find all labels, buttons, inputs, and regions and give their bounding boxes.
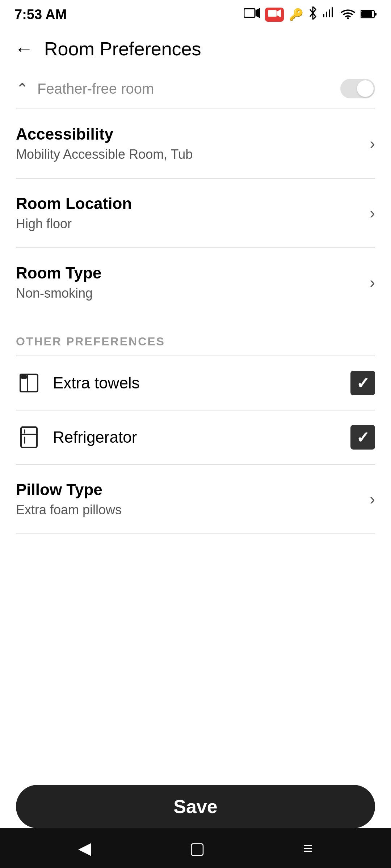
pillow-type-chevron-icon: › bbox=[370, 490, 375, 508]
svg-rect-2 bbox=[268, 10, 277, 17]
back-button[interactable]: ← bbox=[14, 39, 33, 58]
divider-7 bbox=[16, 533, 375, 534]
accessibility-chevron-icon: › bbox=[370, 135, 375, 153]
room-type-content: Room Type Non-smoking bbox=[16, 264, 370, 301]
section-header-label: OTHER PREFERENCES bbox=[16, 335, 165, 348]
feather-free-label: Feather-free room bbox=[37, 81, 154, 97]
chevron-up-icon: ⌃ bbox=[16, 80, 29, 98]
bluetooth-icon bbox=[308, 7, 317, 22]
extra-towels-item[interactable]: Extra towels bbox=[0, 356, 391, 410]
other-preferences-section: OTHER PREFERENCES bbox=[0, 317, 391, 356]
pillow-type-title: Pillow Type bbox=[16, 481, 370, 499]
room-type-subtitle: Non-smoking bbox=[16, 286, 370, 301]
accessibility-item[interactable]: Accessibility Mobility Accessible Room, … bbox=[0, 109, 391, 178]
svg-point-4 bbox=[347, 17, 349, 19]
extra-towels-label: Extra towels bbox=[53, 374, 140, 392]
signal-icon bbox=[322, 7, 335, 22]
towel-icon bbox=[16, 370, 42, 396]
extra-towels-left: Extra towels bbox=[16, 370, 140, 396]
battery-icon bbox=[361, 8, 377, 21]
pillow-type-content: Pillow Type Extra foam pillows bbox=[16, 481, 370, 518]
nav-home-icon[interactable]: ▢ bbox=[189, 838, 205, 858]
status-icons: 🔑 bbox=[244, 7, 377, 22]
feather-free-item[interactable]: ⌃ Feather-free room bbox=[0, 69, 391, 109]
room-location-subtitle: High floor bbox=[16, 216, 370, 231]
recording-icon bbox=[265, 8, 284, 22]
nav-menu-icon[interactable]: ≡ bbox=[303, 838, 313, 858]
svg-rect-11 bbox=[21, 375, 27, 379]
svg-rect-12 bbox=[21, 427, 37, 447]
room-location-content: Room Location High floor bbox=[16, 195, 370, 231]
svg-marker-1 bbox=[256, 8, 260, 18]
room-location-item[interactable]: Room Location High floor › bbox=[0, 179, 391, 247]
feather-free-item-left: ⌃ Feather-free room bbox=[16, 80, 154, 98]
pillow-type-item[interactable]: Pillow Type Extra foam pillows › bbox=[0, 465, 391, 533]
accessibility-title: Accessibility bbox=[16, 125, 370, 143]
key-icon: 🔑 bbox=[289, 8, 303, 21]
room-type-item[interactable]: Room Type Non-smoking › bbox=[0, 248, 391, 317]
refrigerator-item[interactable]: Refrigerator bbox=[0, 410, 391, 464]
svg-marker-3 bbox=[277, 9, 281, 17]
fridge-icon bbox=[16, 424, 42, 450]
feather-free-toggle[interactable] bbox=[340, 79, 375, 98]
header: ← Room Preferences bbox=[0, 29, 391, 69]
save-button-container: Save bbox=[0, 785, 391, 828]
bottom-nav: ◀ ▢ ≡ bbox=[0, 828, 391, 868]
accessibility-subtitle: Mobility Accessible Room, Tub bbox=[16, 147, 370, 162]
room-location-title: Room Location bbox=[16, 195, 370, 213]
room-location-chevron-icon: › bbox=[370, 204, 375, 222]
status-time: 7:53 AM bbox=[14, 7, 67, 22]
pillow-type-subtitle: Extra foam pillows bbox=[16, 502, 370, 518]
wifi-icon bbox=[340, 7, 356, 22]
accessibility-content: Accessibility Mobility Accessible Room, … bbox=[16, 125, 370, 162]
refrigerator-label: Refrigerator bbox=[53, 428, 137, 446]
save-button[interactable]: Save bbox=[16, 785, 375, 828]
status-bar: 7:53 AM 🔑 bbox=[0, 0, 391, 29]
video-camera-icon bbox=[244, 7, 260, 22]
extra-towels-checkbox[interactable] bbox=[350, 371, 375, 395]
page-title: Room Preferences bbox=[44, 38, 201, 60]
nav-back-icon[interactable]: ◀ bbox=[78, 838, 91, 858]
refrigerator-checkbox[interactable] bbox=[350, 425, 375, 450]
room-type-title: Room Type bbox=[16, 264, 370, 282]
save-button-label: Save bbox=[173, 796, 217, 817]
refrigerator-left: Refrigerator bbox=[16, 424, 137, 450]
room-type-chevron-icon: › bbox=[370, 273, 375, 292]
svg-rect-6 bbox=[374, 13, 377, 16]
svg-rect-0 bbox=[244, 9, 255, 17]
svg-rect-7 bbox=[361, 11, 372, 17]
